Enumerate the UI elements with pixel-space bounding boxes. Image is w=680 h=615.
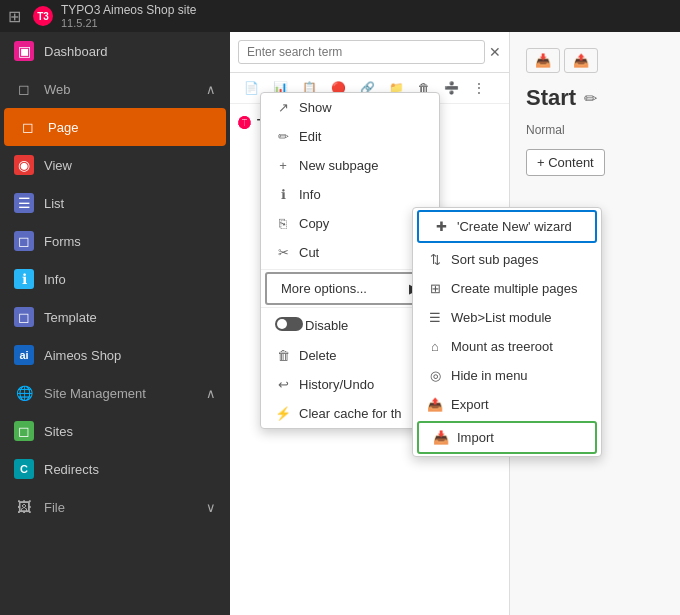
sidebar-label-template: Template (44, 310, 97, 325)
sidebar-section-file[interactable]: 🖼 File ∨ (0, 488, 230, 526)
sidebar-section-site-mgmt[interactable]: 🌐 Site Management ∧ (0, 374, 230, 412)
export-icon: 📤 (427, 397, 443, 412)
sidebar-label-file: File (44, 500, 65, 515)
site-mgmt-chevron-icon: ∧ (206, 386, 216, 401)
cm-info-label: Info (299, 187, 321, 202)
cm-copy-label: Copy (299, 216, 329, 231)
template-icon: ◻ (14, 307, 34, 327)
sidebar-item-sites[interactable]: ◻ Sites (0, 412, 230, 450)
sm-create-multiple[interactable]: ⊞ Create multiple pages (413, 274, 601, 303)
cm-show-label: Show (299, 100, 332, 115)
sm-create-new-wizard-label: 'Create New' wizard (457, 219, 572, 234)
tree-toolbar-more-btn[interactable]: ⋮ (467, 77, 491, 99)
sm-import-label: Import (457, 430, 494, 445)
sidebar-section-web[interactable]: ◻ Web ∧ (0, 70, 230, 108)
edit-icon: ✏ (275, 129, 291, 144)
sm-mount-treeroot[interactable]: ⌂ Mount as treeroot (413, 332, 601, 361)
sidebar-item-view[interactable]: ◉ View (0, 146, 230, 184)
mount-treeroot-icon: ⌂ (427, 339, 443, 354)
new-subpage-icon: + (275, 158, 291, 173)
app-title: TYPO3 Aimeos Shop site (61, 3, 196, 17)
sidebar-item-list[interactable]: ☰ List (0, 184, 230, 222)
cm-delete-label: Delete (299, 348, 337, 363)
sidebar-item-page[interactable]: ◻ Page (4, 108, 226, 146)
sidebar-item-forms[interactable]: ◻ Forms (0, 222, 230, 260)
sm-hide-in-menu[interactable]: ◎ Hide in menu (413, 361, 601, 390)
sidebar-label-redirects: Redirects (44, 462, 99, 477)
tree-panel: ✕ 📄 📊 📋 🔴 🔗 📁 🗑 ➗ ⋮ 🅣 TYPO3 Aimeos Shop … (230, 32, 510, 615)
app-grid-icon[interactable]: ⊞ (8, 7, 21, 26)
sidebar-label-info: Info (44, 272, 66, 287)
sm-export[interactable]: 📤 Export (413, 390, 601, 419)
tree-search-bar: ✕ (230, 32, 509, 73)
sidebar-item-dashboard[interactable]: ▣ Dashboard (0, 32, 230, 70)
redirects-icon: C (14, 459, 34, 479)
cm-cut-label: Cut (299, 245, 319, 260)
cm-new-subpage[interactable]: + New subpage (261, 151, 439, 180)
show-icon: ↗ (275, 100, 291, 115)
sidebar-label-list: List (44, 196, 64, 211)
sm-web-list-label: Web>List module (451, 310, 552, 325)
sm-sort-sub-pages[interactable]: ⇅ Sort sub pages (413, 245, 601, 274)
sidebar-label-view: View (44, 158, 72, 173)
title-bar: ⊞ T3 TYPO3 Aimeos Shop site 11.5.21 (0, 0, 680, 32)
create-new-wizard-icon: ✚ (433, 219, 449, 234)
typo3-logo-icon: 🅣 (238, 116, 251, 131)
sites-icon: ◻ (14, 421, 34, 441)
sm-export-label: Export (451, 397, 489, 412)
sidebar: ▣ Dashboard ◻ Web ∧ ◻ Page ◉ View ☰ List… (0, 32, 230, 615)
cm-more-options[interactable]: More options... ▶ (265, 272, 435, 305)
sm-import[interactable]: 📥 Import (417, 421, 597, 454)
create-multiple-icon: ⊞ (427, 281, 443, 296)
right-panel-header: Start ✏ (526, 85, 664, 111)
sm-mount-treeroot-label: Mount as treeroot (451, 339, 553, 354)
site-mgmt-icon: 🌐 (14, 383, 34, 403)
info-icon: ℹ (14, 269, 34, 289)
cm-edit-label: Edit (299, 129, 321, 144)
sm-create-multiple-label: Create multiple pages (451, 281, 577, 296)
search-input[interactable] (238, 40, 485, 64)
sidebar-label-forms: Forms (44, 234, 81, 249)
disable-toggle-icon (275, 317, 291, 334)
tree-toolbar-divide-btn[interactable]: ➗ (438, 77, 465, 99)
sort-sub-pages-icon: ⇅ (427, 252, 443, 267)
view-icon: ◉ (14, 155, 34, 175)
submenu: ✚ 'Create New' wizard ⇅ Sort sub pages ⊞… (412, 207, 602, 457)
cm-edit[interactable]: ✏ Edit (261, 122, 439, 151)
edit-page-icon[interactable]: ✏ (584, 89, 597, 108)
history-icon: ↩ (275, 377, 291, 392)
app-subtitle: 11.5.21 (61, 17, 196, 29)
page-title: Start (526, 85, 576, 111)
web-list-icon: ☰ (427, 310, 443, 325)
content-area: ✕ 📄 📊 📋 🔴 🔗 📁 🗑 ➗ ⋮ 🅣 TYPO3 Aimeos Shop … (230, 32, 680, 615)
sm-hide-in-menu-label: Hide in menu (451, 368, 528, 383)
cm-info[interactable]: ℹ Info (261, 180, 439, 209)
cm-show[interactable]: ↗ Show (261, 93, 439, 122)
cm-clear-cache-label: Clear cache for th (299, 406, 402, 421)
sidebar-item-aimeos[interactable]: ai Aimeos Shop (0, 336, 230, 374)
web-chevron-icon: ∧ (206, 82, 216, 97)
add-content-button[interactable]: + Content (526, 149, 605, 176)
dashboard-icon: ▣ (14, 41, 34, 61)
right-toolbar-import-btn[interactable]: 📥 (526, 48, 560, 73)
sm-create-new-wizard[interactable]: ✚ 'Create New' wizard (417, 210, 597, 243)
search-close-button[interactable]: ✕ (489, 44, 501, 60)
page-icon: ◻ (18, 117, 38, 137)
file-icon: 🖼 (14, 497, 34, 517)
sm-web-list[interactable]: ☰ Web>List module (413, 303, 601, 332)
sidebar-label-dashboard: Dashboard (44, 44, 108, 59)
sidebar-label-page: Page (48, 120, 78, 135)
cm-new-subpage-label: New subpage (299, 158, 379, 173)
sidebar-item-redirects[interactable]: C Redirects (0, 450, 230, 488)
normal-label: Normal (526, 123, 664, 137)
aimeos-icon: ai (14, 345, 34, 365)
right-toolbar-export-btn[interactable]: 📤 (564, 48, 598, 73)
copy-icon: ⎘ (275, 216, 291, 231)
sidebar-item-info[interactable]: ℹ Info (0, 260, 230, 298)
web-icon: ◻ (14, 79, 34, 99)
forms-icon: ◻ (14, 231, 34, 251)
sidebar-item-template[interactable]: ◻ Template (0, 298, 230, 336)
toggle-switch (275, 317, 303, 331)
app-logo: T3 (33, 6, 53, 26)
cut-icon: ✂ (275, 245, 291, 260)
